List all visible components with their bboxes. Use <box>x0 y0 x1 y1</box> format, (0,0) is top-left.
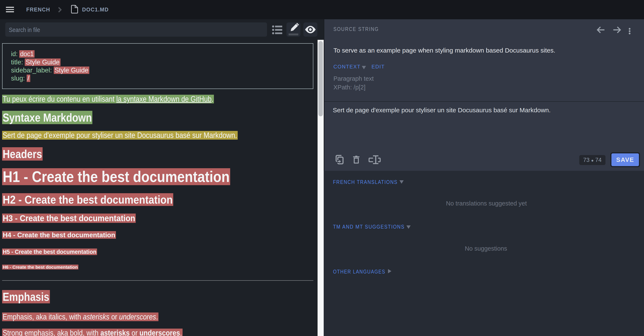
svg-text:M: M <box>73 9 75 12</box>
